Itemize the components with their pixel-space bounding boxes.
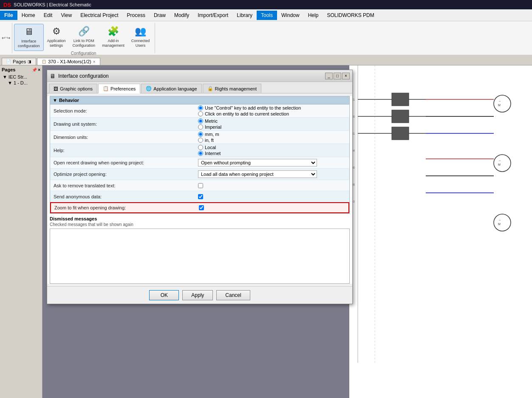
menu-solidworks-pdm[interactable]: SOLIDWORKS PDM <box>323 11 378 20</box>
behavior-row-help: Help: Local Internet <box>50 144 349 157</box>
menu-window[interactable]: Window <box>277 11 304 20</box>
selection-radio-click-input[interactable] <box>198 111 203 116</box>
dialog-content: ▼ Behavior Selection mode: Use "Control"… <box>47 96 352 284</box>
dialog-tab-rights-label: Rights management <box>215 86 257 91</box>
dialog-close-btn[interactable]: × <box>342 73 350 79</box>
left-panel: Pages 📌 × ▼ IEC Str... ▼ 1 - D... <box>0 65 42 398</box>
selection-mode-label: Selection mode: <box>50 107 195 115</box>
tree-item-1d[interactable]: ▼ 1 - D... <box>2 80 40 86</box>
toolbar-btn-link-pdm[interactable]: 🔗 Link to PDMConfiguration <box>69 24 99 50</box>
menu-home[interactable]: Home <box>17 11 40 20</box>
dialog-maximize-btn[interactable]: □ <box>334 73 341 79</box>
toolbar-section-label: Configuration <box>71 51 96 56</box>
dialog-apply-button[interactable]: Apply <box>182 290 213 300</box>
behavior-row-ask-remove: Ask to remove translated text: <box>50 180 349 191</box>
help-radio-internet-input[interactable] <box>198 151 203 156</box>
dialog-tab-graphic[interactable]: 🖼 Graphic options <box>49 84 97 93</box>
dimension-radio-mm-input[interactable] <box>198 132 203 137</box>
tree-item-iec[interactable]: ▼ IEC Str... <box>2 74 40 80</box>
behavior-header: ▼ Behavior <box>50 96 349 104</box>
tree-label-1d: 1 - D... <box>14 80 28 85</box>
menu-draw[interactable]: Draw <box>150 11 170 20</box>
tab-pages[interactable]: 📄 Pages ◨ <box>2 58 36 65</box>
menu-edit[interactable]: Edit <box>40 11 57 20</box>
selection-mode-value: Use "Control" key to add entity to the s… <box>195 104 349 117</box>
ask-remove-value <box>195 181 349 190</box>
dialog-ok-button[interactable]: OK <box>149 290 179 300</box>
behavior-collapse-icon[interactable]: ▼ <box>53 98 57 103</box>
menu-file[interactable]: File <box>0 11 17 20</box>
send-anon-checkbox[interactable] <box>198 194 203 199</box>
tab-drawing-label: 370 - X1-Motors(1/2) <box>48 59 91 64</box>
behavior-row-selection: Selection mode: Use "Control" key to add… <box>50 104 349 118</box>
menu-electrical[interactable]: Electrical Project <box>76 11 122 20</box>
dialog-overlay: 🖥 Interface configuration _ □ × 🖼 Graphi… <box>42 65 532 398</box>
dismissed-title: Dismissed messages <box>50 216 350 221</box>
toolbar-redo[interactable]: ↪ <box>6 35 10 41</box>
behavior-row-zoom-fit: Zoom to fit when opening drawing: <box>50 202 349 213</box>
toolbar-btn-addin[interactable]: 🧩 Add-inmanagement <box>99 24 128 50</box>
dialog-tab-prefs[interactable]: 📋 Preferences <box>98 84 140 93</box>
toolbar-btn-interface-config[interactable]: 🖥 Interfaceconfiguration <box>14 24 44 51</box>
ask-remove-checkbox[interactable] <box>198 183 203 188</box>
selection-radio-control-input[interactable] <box>198 105 203 110</box>
dialog-tab-prefs-label: Preferences <box>110 86 136 91</box>
dialog-win-buttons: _ □ × <box>325 73 350 79</box>
toolbar-btn-connected-label: ConnectedUsers <box>131 39 150 48</box>
app-titlebar: DS SOLIDWORKS | Electrical Schematic <box>0 0 532 9</box>
open-recent-select[interactable]: Open without prompting <box>198 159 317 167</box>
help-label: Help: <box>50 146 195 155</box>
dialog-cancel-button[interactable]: Cancel <box>216 290 250 300</box>
app-title: SOLIDWORKS | Electrical Schematic <box>14 2 91 7</box>
tab-drawing-close[interactable]: × <box>93 59 96 64</box>
help-radio-local-input[interactable] <box>198 145 203 150</box>
unit-radio-imperial-label: Imperial <box>205 124 221 130</box>
menu-import-export[interactable]: Import/Export <box>193 11 232 20</box>
behavior-section: ▼ Behavior Selection mode: Use "Control"… <box>50 96 350 214</box>
unit-radio-metric-label: Metric <box>205 119 218 124</box>
toolbar-btn-interface-config-label: Interfaceconfiguration <box>18 39 40 49</box>
dimension-label: Dimension units: <box>50 133 195 141</box>
optimize-select[interactable]: Load all data when opening project <box>198 170 317 178</box>
dialog-tab-app-lang[interactable]: 🌐 Application language <box>141 84 201 93</box>
unit-radio-imperial-input[interactable] <box>198 124 203 130</box>
toolbar-btn-app-settings[interactable]: ⚙ Applicationsettings <box>44 24 69 50</box>
left-panel-pin[interactable]: 📌 <box>32 68 37 72</box>
tabbar: 📄 Pages ◨ 📋 370 - X1-Motors(1/2) × <box>0 55 532 65</box>
unit-value: Metric Imperial <box>195 118 349 130</box>
menu-library[interactable]: Library <box>232 11 257 20</box>
send-anon-value <box>195 192 349 201</box>
selection-radio-control: Use "Control" key to add entity to the s… <box>198 105 346 110</box>
dialog-title-icon: 🖥 <box>50 73 56 79</box>
left-panel-close[interactable]: × <box>38 68 40 72</box>
addin-icon: 🧩 <box>108 25 119 38</box>
connected-users-icon: 👥 <box>135 25 146 38</box>
dismissed-list[interactable] <box>50 229 350 284</box>
menu-help[interactable]: Help <box>304 11 323 20</box>
toolbar-btn-connected[interactable]: 👥 ConnectedUsers <box>128 24 153 50</box>
dimension-radio-in-input[interactable] <box>198 138 203 143</box>
menu-tools[interactable]: Tools <box>257 11 277 20</box>
rights-tab-icon: 🔒 <box>207 86 213 91</box>
app-lang-tab-icon: 🌐 <box>146 86 152 91</box>
dialog-tab-rights[interactable]: 🔒 Rights management <box>203 84 261 93</box>
tab-drawing[interactable]: 📋 370 - X1-Motors(1/2) × <box>37 58 100 65</box>
unit-radio-metric-input[interactable] <box>198 119 203 124</box>
dialog-minimize-btn[interactable]: _ <box>325 73 333 79</box>
menu-view[interactable]: View <box>57 11 76 20</box>
menu-process[interactable]: Process <box>123 11 150 20</box>
toolbar-configuration-group: 🖥 Interfaceconfiguration ⚙ Applicationse… <box>12 23 155 53</box>
dialog-title-text: Interface configuration <box>58 73 109 79</box>
help-radio-local-label: Local <box>205 145 216 150</box>
dialog-titlebar: 🖥 Interface configuration _ □ × <box>47 70 352 82</box>
zoom-fit-checkbox[interactable] <box>199 205 204 210</box>
behavior-title: Behavior <box>59 98 79 103</box>
unit-radio-imperial: Imperial <box>198 124 346 130</box>
unit-radio-metric: Metric <box>198 119 346 124</box>
open-recent-label: Open recent drawing when opening project… <box>50 158 195 167</box>
behavior-row-optimize: Optimize project opening: Load all data … <box>50 169 349 180</box>
menu-modify[interactable]: Modify <box>170 11 193 20</box>
optimize-value: Load all data when opening project <box>195 169 349 180</box>
toolbar-undo[interactable]: ↩ <box>2 35 6 41</box>
behavior-row-dimension: Dimension units: mm, m in, ft <box>50 131 349 144</box>
